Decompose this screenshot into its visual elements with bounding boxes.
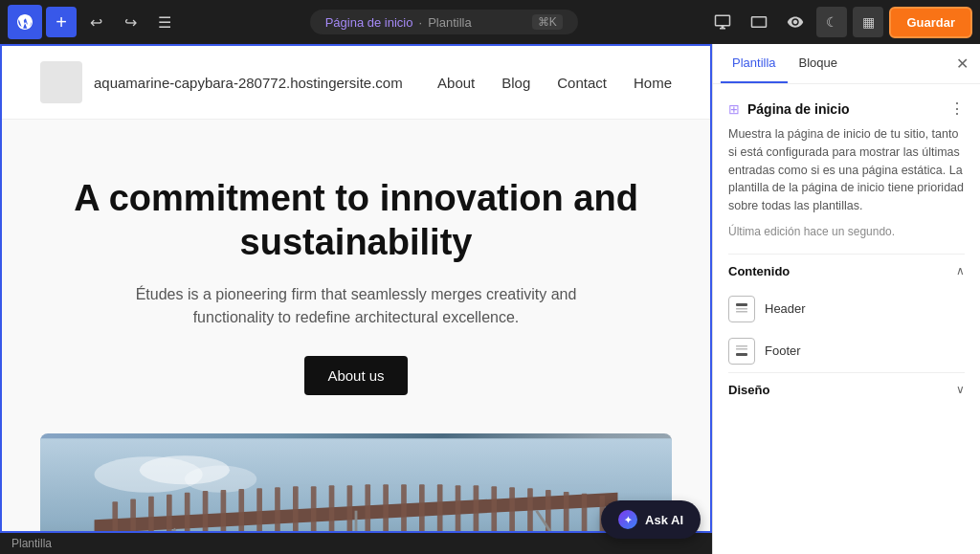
contenido-group-header[interactable]: Contenido ∧ xyxy=(728,254,965,288)
add-block-button[interactable]: + xyxy=(46,7,77,37)
site-header: aquamarine-capybara-280772.hostingersite… xyxy=(2,46,710,120)
svg-rect-16 xyxy=(311,486,317,533)
keyboard-shortcut: ⌘K xyxy=(532,14,563,30)
svg-rect-15 xyxy=(293,486,299,533)
svg-rect-38 xyxy=(736,308,747,310)
plus-icon: + xyxy=(56,11,67,33)
svg-rect-7 xyxy=(148,497,154,533)
nav-blog[interactable]: Blog xyxy=(501,75,530,91)
svg-rect-6 xyxy=(130,499,136,533)
toolbar-center: Página de inicio · Plantilla ⌘K xyxy=(184,10,703,34)
svg-rect-5 xyxy=(112,501,118,533)
svg-rect-26 xyxy=(491,486,497,533)
breadcrumb[interactable]: Página de inicio · Plantilla ⌘K xyxy=(310,10,578,34)
site-logo-image xyxy=(40,61,82,103)
ask-ai-button[interactable]: ✦ Ask AI xyxy=(601,500,701,539)
toolbar-left: + ↩ ↪ ☰ xyxy=(8,5,180,39)
tab-bloque[interactable]: Bloque xyxy=(788,44,849,83)
redo-button[interactable]: ↪ xyxy=(115,7,145,37)
nav-home[interactable]: Home xyxy=(634,75,672,91)
panel-icon: ▦ xyxy=(862,14,875,30)
breadcrumb-sub: Plantilla xyxy=(428,15,472,30)
ask-ai-label: Ask AI xyxy=(645,513,683,527)
svg-rect-22 xyxy=(419,485,425,533)
wordpress-icon[interactable] xyxy=(8,5,42,39)
nav-contact[interactable]: Contact xyxy=(557,75,607,91)
dark-mode-button[interactable]: ☾ xyxy=(816,7,847,37)
panel-item-header[interactable]: Header xyxy=(728,288,965,330)
moon-icon: ☾ xyxy=(826,14,838,30)
svg-rect-11 xyxy=(221,490,227,533)
svg-rect-14 xyxy=(275,487,280,533)
panel-item-footer[interactable]: Footer xyxy=(728,330,965,372)
toolbar-right: ☾ ▦ Guardar xyxy=(707,7,972,38)
panel-section-menu[interactable]: ⋮ xyxy=(949,100,965,118)
diseno-label: Diseño xyxy=(728,383,769,397)
svg-rect-40 xyxy=(736,345,747,347)
svg-rect-19 xyxy=(365,485,370,533)
site-frame: aquamarine-capybara-280772.hostingersite… xyxy=(0,44,712,533)
tablet-view-button[interactable] xyxy=(744,7,774,37)
about-us-button[interactable]: About us xyxy=(304,356,407,395)
svg-rect-31 xyxy=(582,494,588,533)
footer-block-icon xyxy=(728,338,755,365)
svg-rect-28 xyxy=(527,488,533,533)
svg-point-3 xyxy=(185,466,256,493)
contenido-label: Contenido xyxy=(728,264,790,278)
desktop-icon xyxy=(714,13,731,31)
undo-icon: ↩ xyxy=(90,13,102,32)
svg-rect-13 xyxy=(256,488,262,533)
contenido-chevron: ∧ xyxy=(956,264,965,277)
site-hero: A commitment to innovation and sustainab… xyxy=(2,120,710,433)
svg-rect-30 xyxy=(564,492,569,533)
svg-rect-8 xyxy=(167,495,172,533)
hero-subtitle: Études is a pioneering firm that seamles… xyxy=(126,283,586,329)
footer-icon xyxy=(735,344,748,358)
site-logo: aquamarine-capybara-280772.hostingersite… xyxy=(40,61,403,103)
panel-toggle-button[interactable]: ▦ xyxy=(853,7,883,37)
panel-timestamp: Última edición hace un segundo. xyxy=(728,225,965,238)
svg-rect-18 xyxy=(347,486,353,533)
tablet-icon xyxy=(750,13,768,31)
svg-rect-17 xyxy=(329,486,335,533)
footer-item-label: Footer xyxy=(765,343,801,358)
panel-section-title: Página de inicio xyxy=(747,101,850,117)
site-hero-image xyxy=(40,433,672,533)
header-block-icon xyxy=(728,296,755,322)
main-area: aquamarine-capybara-280772.hostingersite… xyxy=(0,44,980,554)
svg-rect-42 xyxy=(736,353,747,356)
ask-ai-icon: ✦ xyxy=(618,510,637,529)
svg-rect-41 xyxy=(736,348,747,350)
nav-about[interactable]: About xyxy=(437,75,475,91)
canvas-footer: Plantilla xyxy=(0,533,712,554)
panel-close-button[interactable]: ✕ xyxy=(952,51,972,77)
site-nav: About Blog Contact Home xyxy=(437,75,672,91)
panel-tabs: Plantilla Bloque ✕ xyxy=(713,44,980,84)
diseno-group-header[interactable]: Diseño ∨ xyxy=(728,372,965,407)
svg-rect-20 xyxy=(383,485,389,533)
redo-icon: ↪ xyxy=(124,13,137,32)
svg-rect-10 xyxy=(203,491,209,533)
panel-description: Muestra la página de inicio de tu sitio,… xyxy=(728,125,965,215)
desktop-view-button[interactable] xyxy=(707,7,738,37)
svg-rect-27 xyxy=(509,487,515,533)
contenido-items: Header Footer xyxy=(728,288,965,372)
site-domain: aquamarine-capybara-280772.hostingersite… xyxy=(94,75,403,91)
hero-title: A commitment to innovation and sustainab… xyxy=(69,177,643,264)
list-icon: ☰ xyxy=(158,13,171,32)
svg-rect-21 xyxy=(401,485,407,533)
undo-button[interactable]: ↩ xyxy=(80,7,111,37)
panel-body: ⊞ Página de inicio ⋮ Muestra la página d… xyxy=(713,84,980,554)
svg-rect-24 xyxy=(456,486,461,533)
right-panel: Plantilla Bloque ✕ ⊞ Página de inicio ⋮ … xyxy=(712,44,980,554)
view-button[interactable] xyxy=(780,7,811,37)
toolbar: + ↩ ↪ ☰ Página de inicio · Plantilla ⌘K xyxy=(0,0,980,44)
save-button[interactable]: Guardar xyxy=(889,7,972,38)
header-item-label: Header xyxy=(765,301,806,316)
architectural-image xyxy=(40,433,672,533)
svg-rect-12 xyxy=(238,489,244,533)
list-view-button[interactable]: ☰ xyxy=(149,7,180,37)
header-icon xyxy=(735,302,748,316)
tab-plantilla[interactable]: Plantilla xyxy=(721,44,788,83)
canvas-area: aquamarine-capybara-280772.hostingersite… xyxy=(0,44,712,554)
